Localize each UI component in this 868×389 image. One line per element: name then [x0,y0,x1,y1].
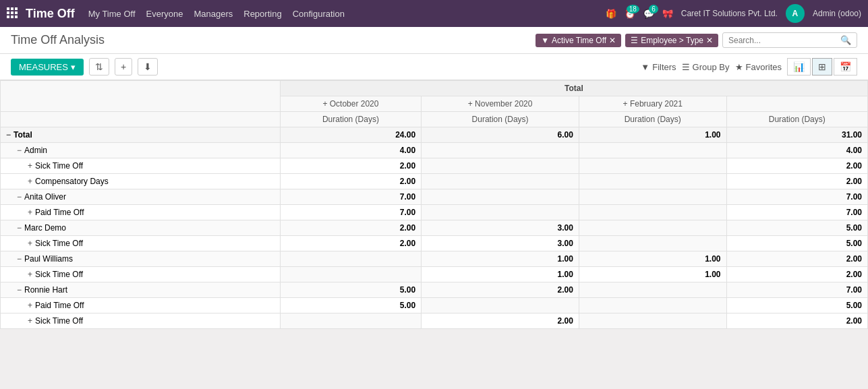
clock-icon[interactable]: ⏰ 18 [625,9,635,19]
nav-reporting[interactable]: Reporting [243,9,281,19]
cell-total: 2.00 [726,267,868,282]
nav-my-time-off[interactable]: My Time Off [88,9,136,19]
cell-nov: 2.00 [422,313,579,329]
cell-feb [579,205,726,220]
chart-view-button[interactable]: 📊 [787,58,811,76]
favorites-button[interactable]: ★ Favorites [735,62,782,72]
cell-oct: 5.00 [280,282,421,298]
cell-feb [579,158,726,174]
type-filter-close[interactable]: ✕ [706,36,713,45]
chat-icon[interactable]: 💬 6 [643,9,654,19]
employee-type-filter[interactable]: ☰ Employee > Type ✕ [625,34,718,47]
active-filter-close[interactable]: ✕ [609,36,616,45]
svg-rect-0 [7,7,9,10]
gift-icon[interactable]: 🎁 [606,9,616,19]
row-label[interactable]: +Paid Time Off [1,205,281,220]
svg-rect-1 [11,7,13,10]
cell-nov [422,298,579,313]
expand-icon[interactable]: − [17,146,22,155]
cell-nov [422,174,579,189]
add-button[interactable]: + [115,58,132,76]
row-label[interactable]: −Marc Demo [1,220,281,236]
expand-icon[interactable]: − [17,285,22,295]
nav-everyone[interactable]: Everyone [146,9,183,19]
expand-icon[interactable]: + [28,270,32,279]
cell-total: 7.00 [726,189,868,205]
expand-icon[interactable]: + [28,316,32,326]
row-label[interactable]: −Ronnie Hart [1,282,281,298]
filter-bar: ▼ Active Time Off ✕ ☰ Employee > Type ✕ … [536,32,857,48]
row-label[interactable]: −Anita Oliver [1,189,281,205]
table-row: +Paid Time Off7.007.00 [1,205,868,220]
view-buttons: 📊 ⊞ 📅 [787,58,857,76]
oct-expand[interactable]: + [322,99,327,109]
expand-icon[interactable]: − [6,130,11,140]
calendar-view-button[interactable]: 📅 [834,58,857,76]
expand-icon[interactable]: − [17,223,22,233]
expand-icon[interactable]: + [28,239,32,248]
grid-icon[interactable] [7,7,18,20]
feb-expand[interactable]: + [623,99,628,109]
nov-header[interactable]: + November 2020 [422,96,579,112]
cell-nov [422,143,579,158]
expand-icon[interactable]: + [28,301,32,310]
toggle-button[interactable]: ⇅ [89,58,109,76]
cell-oct [280,267,421,282]
expand-icon[interactable]: − [17,254,22,264]
measures-button[interactable]: MEASURES ▾ [11,59,84,76]
cell-oct: 24.00 [280,127,421,143]
label-text: Ronnie Hart [24,285,67,295]
cell-nov: 3.00 [422,236,579,251]
cell-oct: 4.00 [280,143,421,158]
row-label[interactable]: +Compensatory Days [1,174,281,189]
row-label[interactable]: +Sick Time Off [1,236,281,251]
nav-configuration[interactable]: Configuration [293,9,345,19]
cell-nov: 3.00 [422,220,579,236]
cell-total: 2.00 [726,158,868,174]
svg-rect-8 [15,16,18,18]
label-text: Paid Time Off [35,208,84,217]
page-header: Time Off Analysis ▼ Active Time Off ✕ ☰ … [0,27,868,54]
search-input[interactable] [728,36,840,45]
top-navigation: Time Off My Time Off Everyone Managers R… [0,0,868,27]
search-box[interactable]: 🔍 [722,32,857,48]
feb-header[interactable]: + February 2021 [579,96,726,112]
expand-icon[interactable]: + [28,177,32,186]
expand-icon[interactable]: + [28,161,32,171]
filters-button[interactable]: ▼ Filters [641,62,676,72]
cell-oct: 2.00 [280,174,421,189]
row-label[interactable]: +Sick Time Off [1,158,281,174]
pivot-view-button[interactable]: ⊞ [812,58,832,76]
cell-feb [579,189,726,205]
cell-oct [280,251,421,267]
label-text: Admin [24,146,47,155]
row-label[interactable]: +Sick Time Off [1,267,281,282]
label-text: Sick Time Off [35,270,83,279]
nov-expand[interactable]: + [468,99,473,109]
header-row-3: Duration (Days) Duration (Days) Duration… [1,112,868,127]
table-row: −Ronnie Hart5.002.007.00 [1,282,868,298]
cell-total: 2.00 [726,174,868,189]
expand-icon[interactable]: + [28,208,32,217]
download-button[interactable]: ⬇ [138,58,158,76]
label-text: Total [13,130,32,140]
svg-rect-2 [15,7,18,10]
row-label[interactable]: −Total [1,127,281,143]
cell-feb: 1.00 [579,267,726,282]
oct-header[interactable]: + October 2020 [280,96,421,112]
gift2-icon[interactable]: 🎀 [662,9,673,19]
nav-managers[interactable]: Managers [194,9,233,19]
active-time-off-filter[interactable]: ▼ Active Time Off ✕ [536,34,621,47]
row-label[interactable]: −Paul Williams [1,251,281,267]
row-label[interactable]: +Sick Time Off [1,313,281,329]
row-label[interactable]: +Paid Time Off [1,298,281,313]
svg-rect-7 [11,16,13,18]
row-label[interactable]: −Admin [1,143,281,158]
label-text: Anita Oliver [24,192,66,202]
active-filter-label: Active Time Off [552,36,606,45]
clock-badge: 18 [627,5,639,13]
group-by-button[interactable]: ☰ Group By [682,62,730,72]
table-row: +Sick Time Off2.003.005.00 [1,236,868,251]
expand-icon[interactable]: − [17,192,22,202]
user-avatar[interactable]: A [786,4,805,23]
